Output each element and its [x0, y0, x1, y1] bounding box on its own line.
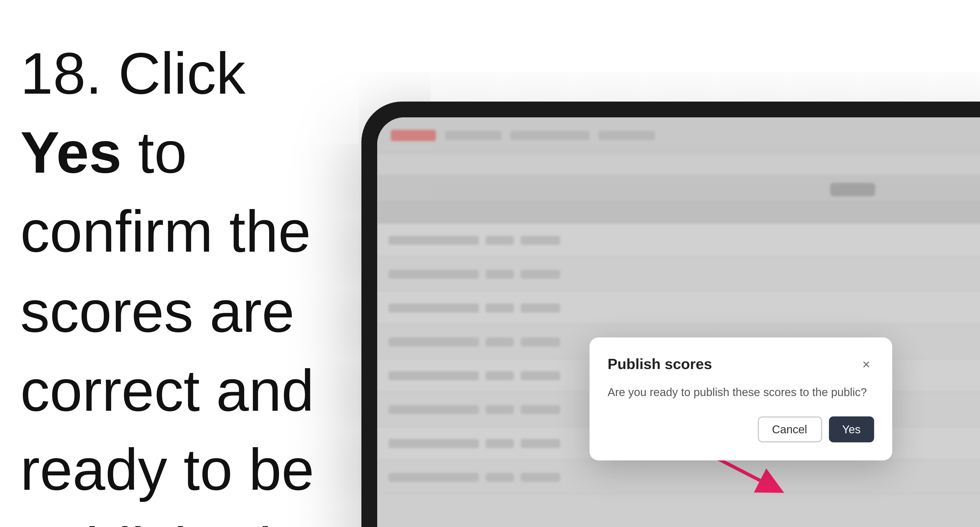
dialog-body-text: Are you ready to publish these scores to… [608, 384, 874, 401]
tablet: Publish scores × Are you ready to publis… [361, 102, 980, 527]
cancel-button[interactable]: Cancel [757, 416, 822, 442]
dialog-header: Publish scores × [608, 356, 874, 372]
dialog-close-button[interactable]: × [858, 356, 874, 372]
instruction-text: 18. Click Yes to confirm the scores are … [20, 34, 348, 527]
publish-scores-dialog: Publish scores × Are you ready to publis… [590, 337, 892, 460]
dialog-actions: Cancel Yes [608, 416, 874, 442]
dialog-title: Publish scores [608, 356, 712, 372]
tablet-screen: Publish scores × Are you ready to publis… [377, 117, 980, 527]
modal-overlay [377, 117, 980, 527]
yes-button[interactable]: Yes [829, 416, 874, 442]
